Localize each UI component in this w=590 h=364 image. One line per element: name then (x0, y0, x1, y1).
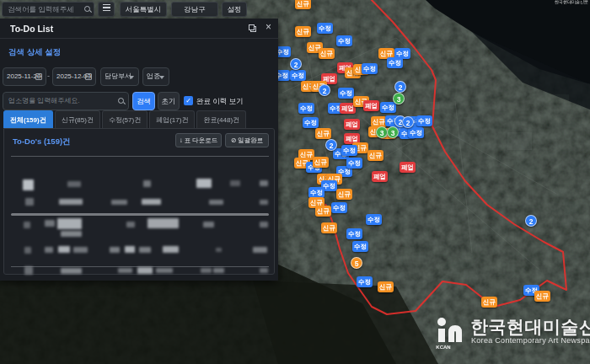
tab-0[interactable]: 전체(159)건 (3, 110, 53, 128)
settings-button[interactable]: 설정 (222, 2, 247, 17)
chevron-down-icon (159, 76, 164, 79)
redacted-cell (59, 199, 83, 205)
redacted-cell (230, 180, 240, 186)
history-checkbox-label: 완료 이력 보기 (196, 97, 244, 107)
map-cluster-marker[interactable]: 3 (393, 93, 405, 104)
redacted-cell (111, 200, 127, 205)
redacted-cell (24, 247, 31, 254)
circle-check-icon: ⊘ (231, 136, 237, 144)
map-cluster-marker[interactable]: 5 (351, 257, 362, 269)
redacted-cell (61, 268, 82, 274)
restore-window-icon[interactable] (249, 24, 256, 32)
industry-select[interactable]: 업종 (142, 67, 169, 86)
map-marker-su[interactable]: 수정 (290, 70, 306, 81)
city-select[interactable]: 서울특별시 (120, 2, 167, 17)
reset-button[interactable]: 초기화 (158, 92, 180, 110)
calendar-icon (35, 73, 42, 80)
map-marker-su[interactable]: 수정 (303, 117, 319, 128)
tab-2[interactable]: 수정(57)건 (102, 110, 148, 128)
map-marker-sin[interactable]: 신규 (295, 26, 311, 37)
map-marker-su[interactable]: 수정 (387, 57, 403, 68)
redacted-cell (24, 266, 33, 275)
tab-1[interactable]: 신규(85)건 (55, 110, 100, 128)
map-cluster-marker[interactable]: 3 (387, 126, 399, 138)
map-marker-sin[interactable]: 신규 (481, 297, 497, 308)
map-marker-sin[interactable]: 신규 (313, 157, 329, 168)
tab-4[interactable]: 완료(448)건 (196, 110, 246, 128)
map-marker-su[interactable]: 수정 (331, 202, 347, 213)
map-marker-su[interactable]: 수정 (341, 145, 357, 156)
map-marker-sin[interactable]: 신규 (319, 48, 335, 59)
search-button[interactable]: 검색 (132, 92, 155, 110)
department-select[interactable]: 담당부서 (100, 67, 139, 86)
redacted-cell (45, 220, 55, 227)
map-cluster-marker[interactable]: 2 (394, 81, 406, 93)
map-cluster-marker[interactable]: 2 (290, 58, 302, 70)
map-cluster-marker[interactable]: 2 (325, 139, 337, 151)
map-marker-pye[interactable]: 폐업 (372, 171, 388, 182)
map-marker-su[interactable]: 수정 (346, 228, 362, 239)
map-marker-su[interactable]: 수정 (317, 23, 333, 34)
search-settings-title: 검색 상세 설정 (8, 47, 61, 58)
todo-tabs: 전체(159)건신규(85)건수정(57)건폐업(17)건완료(448)건 (3, 110, 248, 128)
todo-count-title: To-Do's (159)건 (13, 136, 71, 147)
map-cluster-marker[interactable]: 2 (402, 116, 414, 128)
map-marker-pye[interactable]: 폐업 (400, 162, 416, 173)
redacted-cell (58, 246, 70, 253)
map-marker-pye[interactable]: 폐업 (363, 100, 379, 111)
redacted-cell (260, 180, 268, 186)
map-search-input[interactable]: 검색어를 입력해주세요. (2, 2, 94, 17)
tab-3[interactable]: 폐업(17)건 (149, 110, 195, 128)
district-select[interactable]: 강남구 (171, 2, 218, 17)
map-marker-su[interactable]: 수정 (366, 214, 382, 225)
map-marker-su[interactable]: 수정 (380, 102, 396, 113)
hamburger-icon (103, 3, 110, 13)
close-icon[interactable]: × (266, 21, 271, 33)
map-cluster-marker[interactable]: 2 (525, 215, 537, 227)
map-marker-su[interactable]: 수정 (338, 88, 354, 99)
map-marker-sin[interactable]: 신규 (534, 291, 550, 302)
redacted-cell (137, 267, 153, 274)
map-cluster-marker[interactable]: 2 (319, 84, 330, 96)
svg-text:KCAN: KCAN (436, 345, 450, 349)
redacted-cell (142, 199, 161, 205)
store-search-placeholder: 업소명을 입력해주세요. (8, 97, 79, 104)
redacted-cell (148, 218, 179, 228)
date-range-separator: - (47, 72, 50, 80)
map-marker-sin[interactable]: 신규 (336, 189, 352, 200)
map-marker-sin[interactable]: 신규 (378, 281, 394, 292)
map-marker-sin[interactable]: 신규 (315, 128, 331, 139)
redacted-cell (25, 198, 34, 206)
map-marker-pye[interactable]: 폐업 (344, 119, 360, 130)
search-icon (84, 6, 90, 12)
redacted-cell (118, 268, 132, 273)
date-from-input[interactable]: 2025-11-28 (3, 67, 46, 86)
store-search-input[interactable]: 업소명을 입력해주세요. (3, 92, 129, 110)
map-marker-su[interactable]: 수정 (408, 127, 424, 138)
map-marker-su[interactable]: 수정 (362, 63, 378, 74)
search-icon (118, 98, 124, 104)
map-marker-su[interactable]: 수정 (346, 158, 362, 169)
table-download-button[interactable]: ↓표 다운로드 (175, 133, 222, 147)
map-cluster-marker[interactable]: 3 (376, 126, 388, 138)
download-icon: ↓ (180, 136, 183, 144)
redacted-cell (260, 200, 268, 205)
app-window: 신규수정신규수정수정신규신규수정수정폐업신규신규수정신규수정수정폐업신규신규수정… (0, 0, 590, 364)
redacted-cell (203, 222, 214, 228)
map-marker-su[interactable]: 수정 (352, 241, 368, 252)
map-marker-sin[interactable]: 신규 (367, 150, 384, 161)
menu-button[interactable] (98, 2, 115, 17)
redacted-cell (73, 247, 88, 253)
bulk-complete-button[interactable]: ⊘일괄완료 (225, 133, 269, 147)
table-divider[interactable] (11, 213, 269, 216)
download-label: 표 다운로드 (185, 136, 218, 144)
map-marker-su[interactable]: 수정 (298, 103, 314, 114)
map-marker-su[interactable]: 수정 (336, 35, 352, 46)
map-marker-sin[interactable]: 신규 (315, 206, 331, 217)
date-to-input[interactable]: 2025-12-03 (52, 67, 96, 86)
map-marker-su[interactable]: 수정 (357, 276, 373, 287)
history-checkbox[interactable]: ✓ (184, 96, 193, 105)
top-bar: 검색어를 입력해주세요. 서울특별시 강남구 설정 (0, 0, 590, 19)
map-marker-sin[interactable]: 신규 (321, 222, 337, 233)
map-marker-su[interactable]: 수정 (416, 115, 432, 126)
